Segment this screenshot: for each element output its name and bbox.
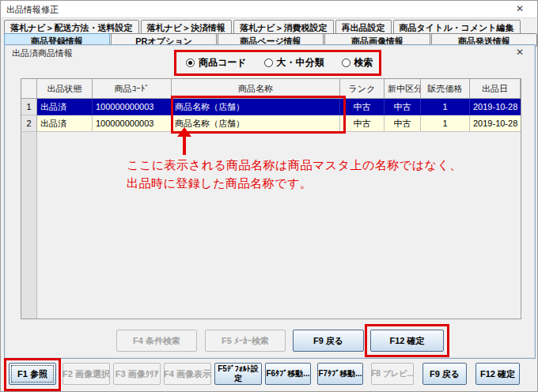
cell-rank[interactable]: 中古 — [340, 99, 385, 115]
f2-image-select-button: F2 画像選択 — [63, 363, 110, 385]
listed-items-table: 出品状態 商品ｺｰﾄﾞ 商品名称 ランク 新中区分 販売価格 出品日 1 出品済… — [21, 78, 521, 319]
col-header-product-code[interactable]: 商品ｺｰﾄﾞ — [93, 79, 172, 99]
radio-unselected-icon — [264, 58, 273, 67]
f8-preview-button: F8 プレビ... — [371, 363, 414, 385]
tab-payment-info[interactable]: 落札ナビ＞決済情報 — [141, 20, 233, 34]
cell-rank[interactable]: 中古 — [340, 115, 385, 132]
cell-condition[interactable]: 中古 — [385, 99, 421, 115]
tab-relist-settings[interactable]: 再出品設定 — [335, 20, 392, 34]
row-number-header — [21, 79, 37, 99]
window-titlebar: 出品情報修正 — [1, 1, 537, 18]
cell-list-date[interactable]: 2019-10-28 — [470, 99, 521, 115]
cell-list-date[interactable]: 2019-10-28 — [470, 115, 521, 132]
window-title: 出品情報修正 — [6, 4, 59, 16]
annotation-line2: 出品時に登録した商品名称です。 — [127, 174, 462, 192]
f4-condition-search-button: F4 条件検索 — [116, 330, 197, 352]
table-row[interactable]: 2 出品済 100000000003 商品名称（店舗） 中古 中古 1 2019… — [21, 115, 521, 132]
f4-image-show-button: F4 画像表示 — [164, 363, 211, 385]
annotation-text: ここに表示される商品名称は商品マスタ上の名称ではなく、 出品時に登録した商品名称… — [127, 156, 462, 192]
f3-image-clear-button: F3 画像ｸﾘｱ — [113, 363, 161, 385]
dialog-title: 出品済商品情報 — [12, 47, 73, 59]
cell-product-code[interactable]: 100000000003 — [93, 99, 172, 115]
col-header-price[interactable]: 販売価格 — [421, 79, 470, 99]
radio-category-label: 大・中分類 — [277, 56, 324, 70]
listed-items-dialog: 出品済商品情報 ✕ 商品コード 大・中分類 検索 出品状態 商品ｺｰﾄﾞ — [4, 44, 536, 359]
cell-product-code[interactable]: 100000000003 — [93, 115, 172, 132]
cell-product-name[interactable]: 商品名称（店舗） — [172, 99, 340, 115]
cell-price[interactable]: 1 — [421, 99, 470, 115]
radio-unselected-icon — [342, 58, 350, 67]
radio-search[interactable]: 検索 — [342, 56, 373, 70]
col-header-product-name[interactable]: 商品名称 — [172, 79, 340, 99]
annotation-line1: ここに表示される商品名称は商品マスタ上の名称ではなく、 — [127, 156, 462, 174]
col-header-status[interactable]: 出品状態 — [37, 79, 93, 99]
cell-condition[interactable]: 中古 — [385, 115, 421, 132]
cell-status[interactable]: 出品済 — [37, 115, 93, 132]
tab-tax-settings[interactable]: 落札ナビ＞消費税設定 — [233, 20, 334, 34]
f7-tab-move-button[interactable]: F7ﾀﾌﾞ移動... — [317, 363, 363, 385]
f9-back-button-bottom[interactable]: F9 戻る — [422, 363, 467, 385]
dialog-close-icon[interactable]: ✕ — [508, 45, 532, 59]
row-number[interactable]: 2 — [21, 115, 37, 132]
col-header-rank[interactable]: ランク — [340, 79, 385, 99]
tab-title-comment-edit[interactable]: 商品タイトル・コメント編集 — [393, 20, 521, 34]
app-window: 出品情報修正 ✕ 落札ナビ＞配送方法・送料設定 落札ナビ＞決済情報 落札ナビ＞消… — [0, 0, 538, 392]
f12-confirm-button-bottom[interactable]: F12 確定 — [475, 363, 520, 385]
window-close-icon[interactable]: ✕ — [507, 1, 532, 17]
f6-tab-move-button[interactable]: F6ﾀﾌﾞ移動... — [265, 363, 311, 385]
radio-selected-icon — [186, 58, 195, 67]
radio-product-code[interactable]: 商品コード — [186, 56, 247, 70]
f12-confirm-button[interactable]: F12 確定 — [370, 330, 444, 352]
table-row[interactable]: 1 出品済 100000000003 商品名称（店舗） 中古 中古 1 2019… — [21, 99, 521, 115]
filter-radio-group-highlight: 商品コード 大・中分類 検索 — [174, 50, 381, 76]
tab-strip-upper: 落札ナビ＞配送方法・送料設定 落札ナビ＞決済情報 落札ナビ＞消費税設定 再出品設… — [4, 20, 522, 34]
row-header-strip — [21, 132, 37, 318]
tab-shipping-settings[interactable]: 落札ナビ＞配送方法・送料設定 — [4, 20, 139, 34]
f1-reference-button[interactable]: F1 参照 — [9, 363, 56, 385]
f5-maker-search-button: F5 ﾒｰｶｰ検索 — [205, 330, 286, 352]
cell-price[interactable]: 1 — [421, 115, 470, 132]
radio-search-label: 検索 — [354, 56, 373, 70]
table-header-row: 出品状態 商品ｺｰﾄﾞ 商品名称 ランク 新中区分 販売価格 出品日 — [21, 79, 521, 99]
col-header-condition[interactable]: 新中区分 — [385, 79, 421, 99]
radio-product-code-label: 商品コード — [199, 56, 247, 70]
cell-product-name[interactable]: 商品名称（店舗） — [172, 115, 340, 132]
cell-status[interactable]: 出品済 — [37, 99, 93, 115]
f5-default-settings-button[interactable]: F5ﾃﾞﾌｫﾙﾄ設定 — [214, 363, 262, 385]
radio-category[interactable]: 大・中分類 — [264, 56, 324, 70]
annotation-arrow-up-icon — [176, 127, 193, 156]
col-header-list-date[interactable]: 出品日 — [470, 79, 521, 99]
f9-back-button[interactable]: F9 戻る — [293, 330, 364, 352]
row-number[interactable]: 1 — [21, 99, 37, 115]
